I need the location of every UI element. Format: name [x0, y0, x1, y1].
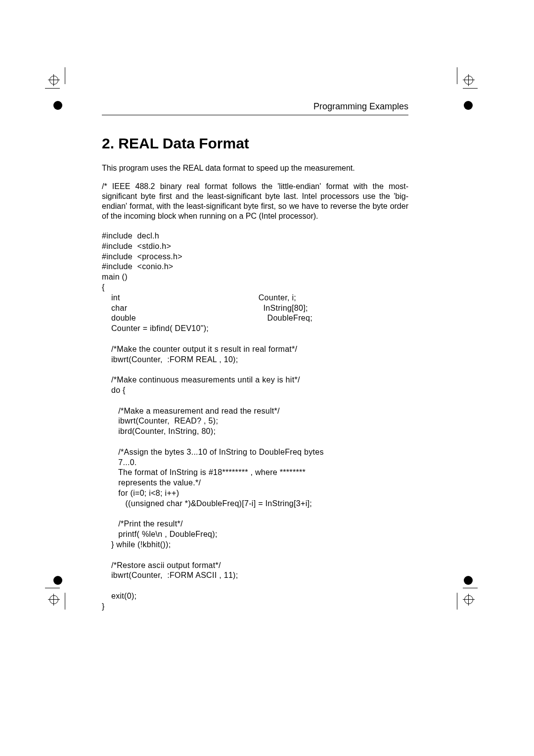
code-listing: #include decl.h #include <stdio.h> #incl…	[102, 231, 408, 612]
crop-mark-tr	[460, 73, 480, 93]
dot-bl	[53, 576, 62, 585]
dot-br	[464, 576, 473, 585]
crop-mark-tl	[47, 73, 67, 93]
crop-mark-br	[460, 588, 480, 608]
page: Programming Examples 2. REAL Data Format…	[0, 0, 534, 756]
crop-mark-bl	[47, 588, 67, 608]
header-rule	[102, 115, 408, 115]
dot-tr	[464, 101, 473, 110]
page-title: 2. REAL Data Format	[102, 135, 408, 152]
content-area: Programming Examples 2. REAL Data Format…	[102, 101, 408, 612]
dot-tl	[53, 101, 62, 110]
running-header: Programming Examples	[102, 101, 408, 112]
intro-paragraph: This program uses the REAL data format t…	[102, 164, 408, 173]
explanation-paragraph: /* IEEE 488.2 binary real format follows…	[102, 182, 408, 221]
